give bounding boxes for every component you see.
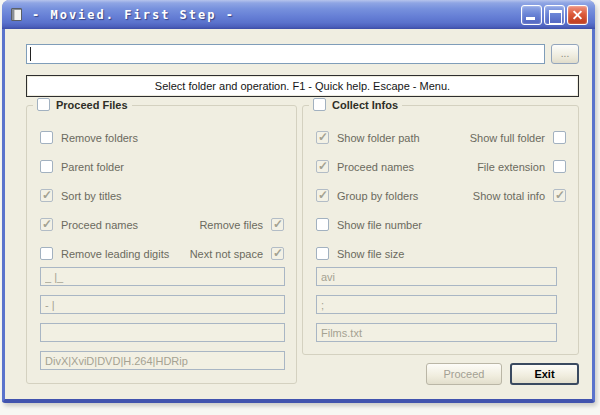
sort-by-titles-checkbox[interactable] — [40, 189, 53, 202]
option-show-file-size[interactable]: Show file size — [316, 247, 404, 260]
minimize-icon[interactable] — [521, 5, 542, 25]
collect-infos-checkbox[interactable] — [313, 98, 326, 111]
option-sort-by-titles[interactable]: Sort by titles — [40, 189, 122, 202]
separator-field-2[interactable] — [40, 295, 285, 314]
option-show-full-folder[interactable]: Show full folder — [470, 131, 566, 144]
remove-folders-checkbox[interactable] — [40, 131, 53, 144]
option-next-not-space[interactable]: Next not space — [190, 247, 284, 260]
proceed-names-ci-checkbox[interactable] — [316, 160, 329, 173]
exit-button[interactable]: Exit — [510, 363, 579, 385]
proceed-files-checkbox[interactable] — [37, 98, 50, 111]
show-file-size-checkbox[interactable] — [316, 247, 329, 260]
option-group-by-folders[interactable]: Group by folders — [316, 189, 418, 202]
proceed-files-label: Proceed Files — [56, 99, 128, 111]
close-icon[interactable] — [567, 5, 588, 25]
quality-tags-field[interactable] — [40, 351, 285, 370]
window-title: - Movied. First Step - — [32, 8, 514, 22]
show-total-info-checkbox[interactable] — [553, 189, 566, 202]
group-by-folders-checkbox[interactable] — [316, 189, 329, 202]
app-icon — [9, 7, 25, 23]
collect-infos-group: Collect Infos Show folder path Proceed n… — [302, 105, 579, 355]
proceed-names-checkbox[interactable] — [40, 218, 53, 231]
option-show-folder-path[interactable]: Show folder path — [316, 131, 420, 144]
option-parent-folder[interactable]: Parent folder — [40, 160, 124, 173]
option-remove-folders[interactable]: Remove folders — [40, 131, 138, 144]
maximize-icon[interactable] — [544, 5, 565, 25]
folder-path-input[interactable] — [26, 44, 545, 64]
separator-field-1[interactable] — [40, 267, 285, 286]
show-folder-path-checkbox[interactable] — [316, 131, 329, 144]
title-bar[interactable]: - Movied. First Step - — [2, 0, 595, 29]
browse-button[interactable]: ... — [551, 44, 579, 64]
extension-field[interactable] — [316, 267, 557, 286]
file-extension-checkbox[interactable] — [553, 160, 566, 173]
text-caret — [30, 47, 31, 61]
show-full-folder-checkbox[interactable] — [553, 131, 566, 144]
remove-leading-digits-checkbox[interactable] — [40, 247, 53, 260]
proceed-files-group: Proceed Files Remove folders Parent fold… — [26, 105, 297, 384]
output-file-field[interactable] — [316, 323, 557, 342]
remove-files-checkbox[interactable] — [271, 218, 284, 231]
option-show-total-info[interactable]: Show total info — [473, 189, 566, 202]
option-remove-files[interactable]: Remove files — [199, 218, 284, 231]
info-separator-field[interactable] — [316, 295, 557, 314]
collect-infos-legend: Collect Infos — [309, 98, 402, 111]
next-not-space-checkbox[interactable] — [271, 247, 284, 260]
pattern-field[interactable] — [40, 323, 285, 342]
option-proceed-names-ci[interactable]: Proceed names — [316, 160, 414, 173]
app-window: - Movied. First Step - ... Select folder… — [2, 0, 595, 403]
collect-infos-label: Collect Infos — [332, 99, 398, 111]
status-banner: Select folder and operation. F1 - Quick … — [26, 75, 579, 97]
status-banner-text: Select folder and operation. F1 - Quick … — [155, 80, 450, 92]
proceed-files-legend: Proceed Files — [33, 98, 132, 111]
option-remove-leading-digits[interactable]: Remove leading digits — [40, 247, 169, 260]
proceed-button[interactable]: Proceed — [426, 363, 502, 385]
option-file-extension[interactable]: File extension — [477, 160, 566, 173]
option-proceed-names[interactable]: Proceed names — [40, 218, 138, 231]
parent-folder-checkbox[interactable] — [40, 160, 53, 173]
option-show-file-number[interactable]: Show file number — [316, 218, 422, 231]
show-file-number-checkbox[interactable] — [316, 218, 329, 231]
